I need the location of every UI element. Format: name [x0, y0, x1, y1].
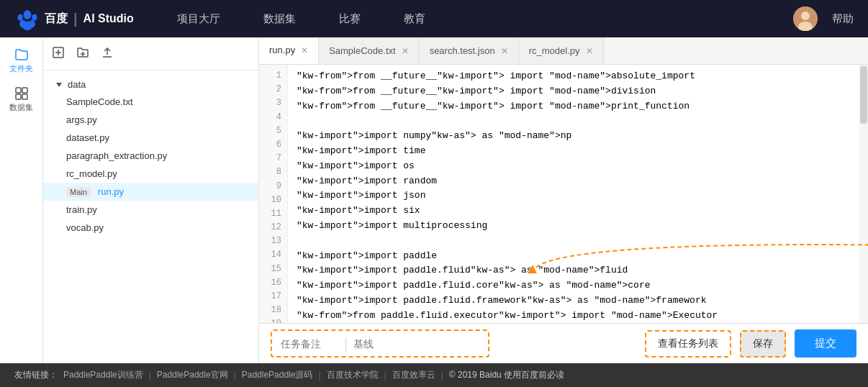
sidebar-item-datasets[interactable]: 数据集 [6, 83, 37, 115]
file-vocab[interactable]: vocab.py [43, 219, 258, 237]
tabs-bar: run.py ✕ SampleCode.txt ✕ search.test.js… [259, 37, 868, 65]
footer-div-4: | [441, 370, 443, 381]
baseline-input[interactable] [353, 338, 479, 350]
baidu-logo-icon [14, 6, 40, 32]
main-nav: 项目大厅 数据集 比赛 教育 [177, 12, 793, 26]
baidu-text: 百度 [45, 12, 68, 27]
nav-item-competition[interactable]: 比赛 [339, 12, 361, 26]
footer-link-0[interactable]: PaddlePaddle训练营 [63, 369, 143, 381]
tab-label: SampleCode.txt [329, 45, 396, 56]
footer-div-2: | [318, 370, 320, 381]
file-toolbar [43, 37, 258, 70]
folder-icon [14, 47, 29, 62]
file-label: vocab.py [66, 222, 104, 233]
sidebar-item-files[interactable]: 文件夹 [6, 45, 37, 76]
footer-link-2[interactable]: PaddlePaddle源码 [242, 369, 313, 381]
sidebar: 文件夹 数据集 [0, 37, 43, 363]
nav-item-projects[interactable]: 项目大厅 [177, 12, 220, 26]
footer-div-3: | [384, 370, 386, 381]
new-file-icon[interactable] [52, 46, 65, 62]
chevron-down-icon [55, 81, 63, 89]
file-label: train.py [66, 204, 97, 215]
bottom-bar: | 查看任务列表 保存 提交 [259, 323, 868, 363]
logo-divider: | [73, 11, 78, 27]
run-file-label: run.py [98, 186, 124, 197]
folder-name: data [68, 79, 86, 90]
logo: 百度 | AI Studio [14, 6, 134, 32]
save-button[interactable]: 保存 [740, 330, 786, 358]
code-lines: "kw-from">from __future__"kw-import"> im… [288, 65, 868, 323]
editor-area: run.py ✕ SampleCode.txt ✕ search.test.js… [259, 37, 868, 363]
tab-close-rc[interactable]: ✕ [586, 46, 593, 56]
avatar-image [793, 6, 818, 31]
app-name: AI Studio [83, 12, 134, 25]
footer-prefix: 友情链接： [14, 369, 58, 381]
file-label: dataset.py [66, 132, 109, 143]
tab-run-py[interactable]: run.py ✕ [259, 37, 319, 64]
nav-item-education[interactable]: 教育 [404, 12, 425, 26]
file-samplecode[interactable]: SampleCode.txt [43, 93, 258, 111]
tab-search-json[interactable]: search.test.json ✕ [420, 37, 519, 64]
footer: 友情链接： PaddlePaddle训练营 | PaddlePaddle官网 |… [0, 363, 868, 387]
footer-link-4[interactable]: 百度效率云 [392, 369, 435, 381]
file-label: SampleCode.txt [66, 96, 133, 107]
tab-close-search[interactable]: ✕ [501, 46, 508, 56]
file-label: args.py [66, 114, 97, 125]
file-label: rc_model.py [66, 168, 117, 179]
header: 百度 | AI Studio 项目大厅 数据集 比赛 教育 帮助 [0, 0, 868, 37]
code-content: 123456789101112131415161718192021222324 … [259, 65, 868, 323]
file-train[interactable]: train.py [43, 201, 258, 219]
file-tree: data SampleCode.txt args.py dataset.py p… [43, 70, 258, 363]
avatar[interactable] [793, 6, 818, 31]
header-right: 帮助 [793, 6, 854, 31]
footer-div-1: | [234, 370, 236, 381]
task-note-input[interactable] [281, 338, 338, 350]
tab-label: run.py [269, 45, 295, 55]
datasets-label: 数据集 [9, 102, 33, 113]
file-rcmodel[interactable]: rc_model.py [43, 165, 258, 183]
file-label: paragraph_extraction.py [66, 150, 167, 161]
tab-label: rc_model.py [529, 45, 580, 56]
tab-close-run[interactable]: ✕ [301, 45, 308, 55]
tab-rcmodel[interactable]: rc_model.py ✕ [519, 37, 604, 64]
svg-point-2 [32, 14, 37, 21]
tab-close-sample[interactable]: ✕ [402, 46, 409, 56]
footer-copyright: © 2019 Baidu 使用百度前必读 [449, 369, 564, 381]
svg-rect-11 [16, 94, 21, 99]
upload-icon[interactable] [101, 46, 114, 62]
file-panel: data SampleCode.txt args.py dataset.py p… [43, 37, 259, 363]
main-content: 文件夹 数据集 [0, 37, 868, 363]
svg-point-7 [801, 12, 810, 20]
svg-point-5 [22, 22, 32, 31]
svg-marker-19 [56, 83, 62, 87]
grid-icon [14, 86, 29, 101]
nav-item-datasets[interactable]: 数据集 [263, 12, 296, 26]
folder-data[interactable]: data [43, 76, 258, 93]
svg-rect-12 [22, 94, 27, 99]
footer-div-0: | [149, 370, 151, 381]
svg-rect-10 [22, 88, 27, 93]
tab-label: search.test.json [430, 45, 495, 56]
file-args[interactable]: args.py [43, 111, 258, 129]
scrollbar-track[interactable] [859, 65, 868, 323]
svg-rect-9 [16, 88, 21, 93]
input-divider: | [344, 335, 348, 352]
footer-link-3[interactable]: 百度技术学院 [327, 369, 379, 381]
line-numbers: 123456789101112131415161718192021222324 [259, 65, 288, 323]
main-badge: Main [66, 187, 91, 197]
code-editor[interactable]: 123456789101112131415161718192021222324 … [259, 65, 868, 323]
scrollbar-thumb[interactable] [860, 66, 867, 124]
file-paragraph[interactable]: paragraph_extraction.py [43, 147, 258, 165]
svg-point-0 [24, 10, 32, 19]
footer-link-1[interactable]: PaddlePaddle官网 [157, 369, 228, 381]
new-folder-icon[interactable] [76, 46, 89, 62]
tab-samplecode[interactable]: SampleCode.txt ✕ [319, 37, 420, 64]
file-dataset[interactable]: dataset.py [43, 129, 258, 147]
view-task-button[interactable]: 查看任务列表 [645, 330, 731, 358]
submit-button[interactable]: 提交 [795, 329, 856, 358]
input-area: | [271, 329, 489, 358]
help-link[interactable]: 帮助 [832, 12, 854, 26]
files-label: 文件夹 [9, 63, 33, 74]
svg-point-1 [18, 14, 23, 21]
file-run[interactable]: Main run.py [43, 183, 258, 201]
